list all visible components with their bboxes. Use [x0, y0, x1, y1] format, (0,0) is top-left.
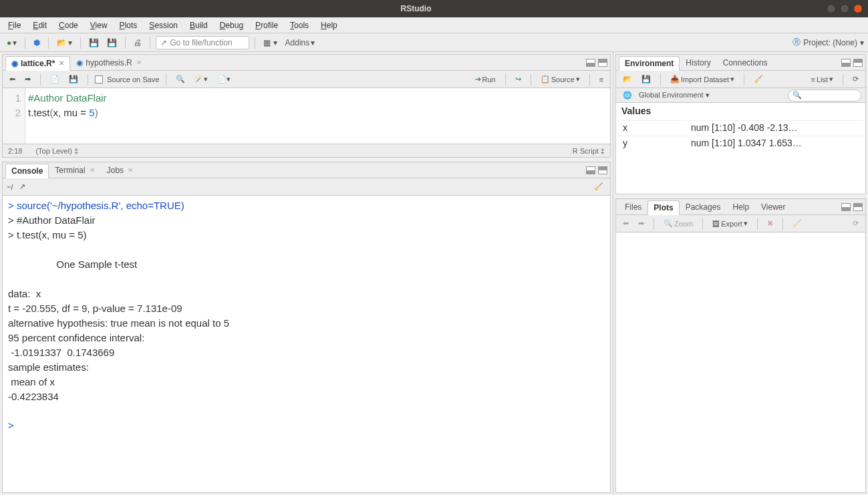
list-view-button[interactable]: ≡ List ▾ — [808, 73, 836, 85]
tab-lattice[interactable]: ◉ lattice.R* ✕ — [5, 56, 70, 71]
tab-packages[interactable]: Packages — [680, 200, 727, 214]
close-button[interactable] — [853, 4, 863, 13]
goto-arrow-icon: ↗ — [160, 38, 167, 47]
import-dataset-button[interactable]: 📥 Import Dataset ▾ — [668, 73, 737, 85]
pane-maximize-icon[interactable] — [853, 203, 863, 211]
find-button[interactable]: 🔍 — [173, 73, 188, 85]
run-button[interactable]: ➔ Run — [472, 73, 498, 85]
new-project-button[interactable]: ⬢ — [31, 37, 43, 49]
menu-session[interactable]: Session — [144, 18, 183, 33]
tab-help[interactable]: Help — [726, 200, 755, 214]
tab-hypothesis[interactable]: ◉ hypothesis.R ✕ — [70, 55, 147, 70]
console-path: ~/ — [7, 183, 13, 191]
menu-view[interactable]: View — [85, 18, 113, 33]
refresh-plot-button[interactable]: ⟳ — [850, 218, 861, 229]
viewer-tabstrip: Files Plots Packages Help Viewer — [616, 199, 865, 215]
refresh-button[interactable]: ⟳ — [850, 73, 861, 85]
code-area[interactable]: #Author DataFlair t.test(x, mu = 5) — [25, 88, 110, 144]
zoom-button[interactable]: 🔍 Zoom — [661, 218, 696, 229]
maximize-button[interactable] — [840, 4, 849, 13]
open-file-button[interactable]: 📂▾ — [54, 37, 75, 49]
tab-console[interactable]: Console — [5, 164, 49, 178]
save-source-button[interactable]: 💾 — [66, 73, 81, 85]
show-file-button[interactable]: 📄 — [47, 73, 62, 85]
save-all-button[interactable]: 💾 — [104, 37, 120, 49]
menu-build[interactable]: Build — [184, 18, 213, 33]
print-button[interactable]: 🖨 — [131, 37, 144, 49]
plot-back-button[interactable]: ⬅ — [620, 218, 631, 229]
source-on-save-label: Source on Save — [107, 75, 159, 84]
goto-file-input[interactable]: ↗ Go to file/function — [156, 36, 249, 49]
remove-plot-button[interactable]: ✖ — [764, 218, 776, 229]
menu-file[interactable]: File — [3, 18, 26, 33]
env-tabstrip: Environment History Connections — [616, 55, 865, 71]
save-button[interactable]: 💾 — [86, 37, 102, 49]
back-button[interactable]: ⬅ — [7, 73, 18, 85]
r-file-icon: ◉ — [11, 59, 18, 68]
source-on-save-checkbox[interactable] — [95, 75, 103, 84]
menu-debug[interactable]: Debug — [214, 18, 249, 33]
menu-help[interactable]: Help — [315, 18, 343, 33]
console-output[interactable]: > source('~/hypothesis.R', echo=TRUE) > … — [3, 196, 610, 492]
addins-button[interactable]: Addins ▾ — [283, 37, 318, 49]
tab-history[interactable]: History — [680, 55, 716, 70]
outline-button[interactable]: ≡ — [597, 74, 606, 85]
tab-connections[interactable]: Connections — [717, 55, 774, 70]
close-icon[interactable]: ✕ — [128, 166, 133, 174]
pane-minimize-icon[interactable] — [586, 59, 595, 67]
menu-edit[interactable]: Edit — [27, 18, 52, 33]
close-icon[interactable]: ✕ — [136, 59, 142, 66]
pane-maximize-icon[interactable] — [853, 59, 863, 67]
tab-plots[interactable]: Plots — [647, 200, 679, 215]
forward-button[interactable]: ➡ — [22, 73, 33, 85]
new-file-button[interactable]: ●▾ — [4, 37, 19, 49]
source-toolbar: ⬅ ➡ 📄 💾 Source on Save 🔍 🪄▾ 📄▾ ➔ Run ↪ 📋… — [3, 71, 610, 88]
window-controls — [827, 4, 863, 13]
environment-pane: Environment History Connections 📂 💾 📥 Im… — [615, 54, 866, 194]
tab-terminal[interactable]: Terminal✕ — [49, 163, 100, 178]
lang-selector[interactable]: R Script ‡ — [573, 147, 605, 155]
code-editor[interactable]: 12 #Author DataFlair t.test(x, mu = 5) — [3, 88, 610, 144]
clear-env-button[interactable]: 🧹 — [751, 73, 766, 85]
titlebar: RStudio — [0, 0, 868, 17]
plot-forward-button[interactable]: ➡ — [635, 218, 647, 229]
clear-plots-button[interactable]: 🧹 — [790, 218, 805, 229]
rerun-button[interactable]: ↪ — [513, 73, 524, 85]
menu-code[interactable]: Code — [53, 18, 84, 33]
tab-files[interactable]: Files — [619, 200, 647, 214]
report-button[interactable]: 📄▾ — [214, 73, 233, 85]
wand-button[interactable]: 🪄▾ — [192, 73, 210, 85]
clear-console-button[interactable]: 🧹 — [591, 181, 606, 192]
export-button[interactable]: 🖼 Export ▾ — [710, 218, 750, 229]
source-button[interactable]: 📋 Source ▾ — [538, 73, 583, 85]
tab-environment[interactable]: Environment — [619, 56, 680, 71]
pane-maximize-icon[interactable] — [598, 59, 607, 67]
tab-jobs[interactable]: Jobs✕ — [101, 163, 139, 178]
load-workspace-button[interactable]: 📂 — [620, 73, 635, 85]
scope-selector[interactable]: (Top Level) ‡ — [35, 147, 78, 155]
pane-minimize-icon[interactable] — [586, 166, 595, 174]
pane-maximize-icon[interactable] — [598, 166, 607, 174]
project-label[interactable]: Project: (None) — [803, 38, 857, 47]
env-scope-selector[interactable]: Global Environment ▾ — [639, 91, 710, 100]
grid-button[interactable]: ▦ ▾ — [261, 37, 279, 49]
pane-minimize-icon[interactable] — [841, 59, 851, 67]
menu-plots[interactable]: Plots — [114, 18, 143, 33]
pane-minimize-icon[interactable] — [841, 203, 851, 211]
search-icon: 🔍 — [792, 91, 802, 100]
env-search-input[interactable]: 🔍 — [788, 90, 861, 102]
env-var-name: x — [617, 120, 684, 134]
console-text: > #Author DataFlair > t.test(x, mu = 5) … — [8, 214, 229, 402]
close-icon[interactable]: ✕ — [59, 59, 64, 67]
close-icon[interactable]: ✕ — [90, 166, 95, 174]
env-row[interactable]: xnum [1:10] -0.408 -2.13… — [617, 120, 864, 134]
env-toolbar: 📂 💾 📥 Import Dataset ▾ 🧹 ≡ List ▾ ⟳ — [616, 71, 865, 88]
save-workspace-button[interactable]: 💾 — [639, 73, 654, 85]
tab-viewer[interactable]: Viewer — [755, 200, 791, 214]
env-section-header: Values — [616, 103, 865, 119]
console-popout-icon[interactable]: ↗ — [17, 181, 28, 192]
menu-profile[interactable]: Profile — [250, 18, 283, 33]
minimize-button[interactable] — [827, 4, 836, 13]
menu-tools[interactable]: Tools — [285, 18, 314, 33]
env-row[interactable]: ynum [1:10] 1.0347 1.653… — [617, 136, 864, 150]
